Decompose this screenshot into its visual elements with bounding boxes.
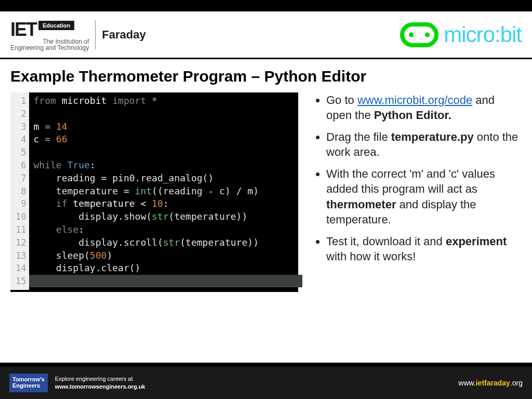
iet-subtitle: The Institution ofEngineering and Techno… <box>10 38 89 51</box>
active-line-highlight <box>29 275 302 287</box>
instruction-list: Go to www.microbit.org/code and open the… <box>311 92 522 292</box>
iet-logo-group: IET Education The Institution ofEngineer… <box>10 19 146 51</box>
content: Example Thermometer Program – Python Edi… <box>0 59 532 300</box>
footer-divider <box>0 363 532 367</box>
header: IET Education The Institution ofEngineer… <box>0 11 532 59</box>
faraday-label: Faraday <box>102 28 145 42</box>
microbit-code-link[interactable]: www.microbit.org/code <box>357 94 472 107</box>
footer: Tomorrow'sEngineers Explore engineering … <box>0 367 532 399</box>
iet-letters: IET <box>10 19 36 41</box>
microbit-icon <box>400 22 438 47</box>
footer-url: www.ietfaraday.org <box>458 379 523 387</box>
code-content: from microbit import * m = 14 c = 66 whi… <box>29 92 298 290</box>
list-item: Test it, download it and experiment with… <box>326 234 522 264</box>
slide-title: Example Thermometer Program – Python Edi… <box>10 68 522 85</box>
list-item: With the correct 'm' and 'c' values adde… <box>326 166 522 228</box>
code-editor: 123 456 789 101112 131415 from microbit … <box>10 92 298 292</box>
list-item: Go to www.microbit.org/code and open the… <box>326 92 522 123</box>
education-badge: Education <box>38 21 74 30</box>
footer-careers-text: Explore engineering careers atwww.tomorr… <box>55 375 145 391</box>
tomorrows-engineers-badge: Tomorrow'sEngineers <box>9 374 48 392</box>
divider <box>95 20 96 49</box>
list-item: Drag the file temperature.py onto the wo… <box>326 129 522 160</box>
top-bar <box>0 0 532 11</box>
microbit-logo-group: micro:bit <box>400 22 522 47</box>
line-gutter: 123 456 789 101112 131415 <box>10 92 29 290</box>
microbit-text: micro:bit <box>444 22 522 47</box>
